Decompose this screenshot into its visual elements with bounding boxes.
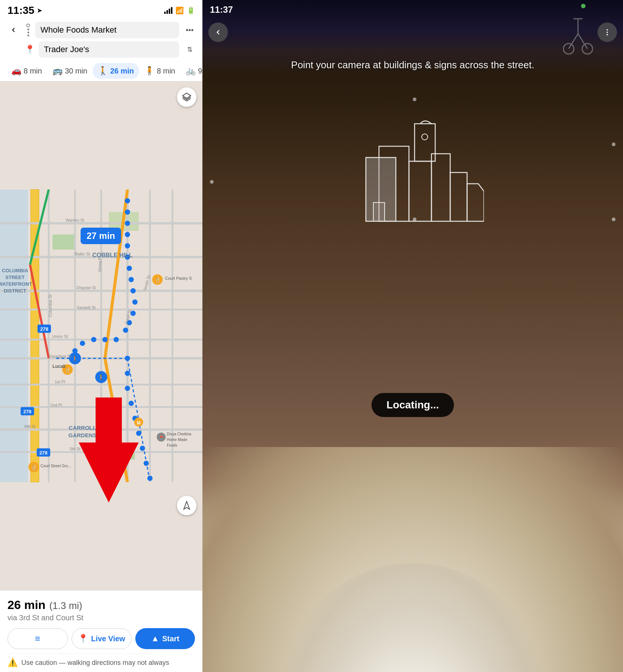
svg-rect-4 bbox=[52, 235, 75, 250]
svg-point-27 bbox=[125, 198, 130, 204]
status-icons: 📶 🔋 bbox=[164, 6, 195, 15]
svg-text:🚶: 🚶 bbox=[71, 355, 79, 362]
right-dot-indicator-2 bbox=[612, 218, 616, 221]
status-bar: 11:35 ➤ 📶 🔋 bbox=[0, 0, 202, 19]
start-label: Start bbox=[162, 634, 180, 643]
right-status-time: 11:37 bbox=[210, 4, 233, 15]
svg-point-39 bbox=[123, 328, 128, 333]
svg-text:Foods: Foods bbox=[167, 443, 177, 447]
svg-text:Home Made: Home Made bbox=[167, 438, 187, 442]
map-area[interactable]: 🚶 🚶 COLUMBIA STREET WATERFRONT DISTRICT … bbox=[0, 81, 202, 590]
svg-text:5th St: 5th St bbox=[70, 447, 81, 451]
svg-rect-115 bbox=[431, 154, 450, 221]
svg-text:1st-Pl: 1st-Pl bbox=[55, 380, 65, 384]
svg-text:2nd Pl: 2nd Pl bbox=[50, 403, 62, 407]
svg-text:Warren St: Warren St bbox=[66, 218, 84, 222]
wifi-icon: 📶 bbox=[175, 6, 184, 15]
route-duration: 26 min bbox=[7, 598, 45, 612]
right-back-button[interactable] bbox=[208, 22, 228, 42]
svg-point-41 bbox=[102, 337, 108, 342]
svg-point-43 bbox=[80, 341, 85, 346]
svg-text:WATERFRONT: WATERFRONT bbox=[0, 281, 32, 287]
steps-button[interactable]: ≡ bbox=[7, 628, 68, 649]
transit-icon: 🚌 bbox=[52, 66, 63, 76]
svg-point-53 bbox=[147, 476, 153, 481]
left-panel: 11:35 ➤ 📶 🔋 bbox=[0, 0, 202, 672]
transport-tab-transit[interactable]: 🚌 30 min bbox=[47, 63, 93, 79]
svg-text:President St: President St bbox=[49, 354, 71, 358]
svg-text:🚶: 🚶 bbox=[97, 374, 105, 381]
transport-tab-car[interactable]: 🚗 8 min bbox=[6, 63, 47, 79]
svg-rect-114 bbox=[415, 124, 435, 161]
rideshare-icon: 🧍 bbox=[144, 66, 154, 76]
svg-rect-118 bbox=[373, 202, 385, 221]
svg-point-119 bbox=[422, 134, 428, 140]
svg-text:📍: 📍 bbox=[159, 435, 164, 441]
svg-text:Sackett St: Sackett St bbox=[77, 305, 96, 310]
status-time: 11:35 bbox=[7, 4, 34, 16]
svg-point-30 bbox=[125, 232, 130, 237]
svg-point-36 bbox=[132, 300, 138, 305]
origin-row: ••• bbox=[6, 22, 196, 38]
route-distance: (1.3 mi) bbox=[49, 600, 82, 612]
svg-point-28 bbox=[125, 210, 130, 215]
car-icon: 🚗 bbox=[11, 66, 21, 76]
live-view-icon: 📍 bbox=[78, 634, 88, 644]
battery-icon: 🔋 bbox=[187, 6, 195, 15]
destination-pin-icon: 📍 bbox=[25, 45, 35, 54]
start-button[interactable]: ▲ Start bbox=[135, 628, 195, 649]
live-view-button[interactable]: 📍 Live View bbox=[72, 628, 132, 649]
search-area: ••• 📍 ⇅ bbox=[0, 19, 202, 61]
svg-text:GARDENS: GARDENS bbox=[68, 432, 96, 438]
svg-text:Degraw St: Degraw St bbox=[76, 285, 96, 290]
bottom-panel: 26 min (1.3 mi) via 3rd St and Court St … bbox=[0, 590, 202, 672]
rideshare-time: 8 min bbox=[157, 67, 175, 75]
left-dot-indicator bbox=[210, 180, 214, 184]
origin-input[interactable] bbox=[35, 22, 179, 38]
location-button[interactable] bbox=[177, 496, 196, 515]
right-panel: 11:37 Point your camera at buildings & s… bbox=[202, 0, 623, 672]
svg-point-31 bbox=[125, 243, 130, 249]
car-time: 8 min bbox=[24, 67, 42, 75]
walk-time: 26 min bbox=[110, 67, 134, 75]
svg-rect-1 bbox=[0, 190, 28, 482]
svg-text:DISTRICT: DISTRICT bbox=[4, 288, 26, 294]
svg-text:Baltic St: Baltic St bbox=[75, 252, 90, 256]
location-arrow-icon: ➤ bbox=[37, 6, 42, 15]
green-dot-indicator bbox=[581, 4, 586, 8]
locating-button[interactable]: Locating... bbox=[371, 393, 454, 417]
time-badge[interactable]: 27 min bbox=[81, 228, 121, 244]
live-view-label: Live View bbox=[91, 634, 125, 643]
svg-text:278: 278 bbox=[40, 326, 48, 332]
bike-time: 9 min bbox=[198, 67, 202, 75]
map-layers-button[interactable] bbox=[177, 87, 196, 107]
svg-point-40 bbox=[114, 337, 119, 342]
camera-instruction: Point your camera at buildings & signs a… bbox=[202, 58, 623, 72]
svg-text:STREET: STREET bbox=[5, 274, 24, 280]
destination-input[interactable] bbox=[39, 41, 179, 58]
svg-text:Columbia St: Columbia St bbox=[48, 295, 52, 317]
caution-text: Use caution — walking directions may not… bbox=[21, 659, 169, 667]
more-options-button[interactable]: ••• bbox=[183, 23, 196, 37]
building-wireframe bbox=[341, 116, 484, 230]
right-more-button[interactable] bbox=[598, 22, 617, 42]
svg-point-33 bbox=[127, 266, 132, 271]
transport-tab-bike[interactable]: 🚲 9 min bbox=[180, 63, 202, 79]
svg-text:Court Street Gro...: Court Street Gro... bbox=[40, 464, 71, 468]
swap-button[interactable]: ⇅ bbox=[183, 43, 196, 56]
svg-text:Union St: Union St bbox=[52, 334, 68, 339]
svg-rect-113 bbox=[409, 161, 431, 221]
back-button[interactable] bbox=[6, 22, 21, 38]
transport-tab-walk[interactable]: 🚶 26 min bbox=[93, 63, 139, 79]
svg-text:Lucali: Lucali bbox=[52, 364, 66, 369]
svg-point-48 bbox=[129, 401, 134, 406]
svg-text:Court Pastry S: Court Pastry S bbox=[165, 276, 192, 280]
transport-tab-rideshare[interactable]: 🧍 8 min bbox=[139, 63, 180, 79]
route-via: via 3rd St and Court St bbox=[7, 614, 195, 622]
svg-point-29 bbox=[125, 221, 130, 226]
right-dot-indicator bbox=[612, 142, 616, 146]
svg-text:CARROLL: CARROLL bbox=[69, 424, 96, 431]
svg-point-34 bbox=[129, 277, 134, 282]
svg-text:COLUMBIA: COLUMBIA bbox=[2, 268, 28, 273]
svg-text:M: M bbox=[137, 420, 141, 426]
